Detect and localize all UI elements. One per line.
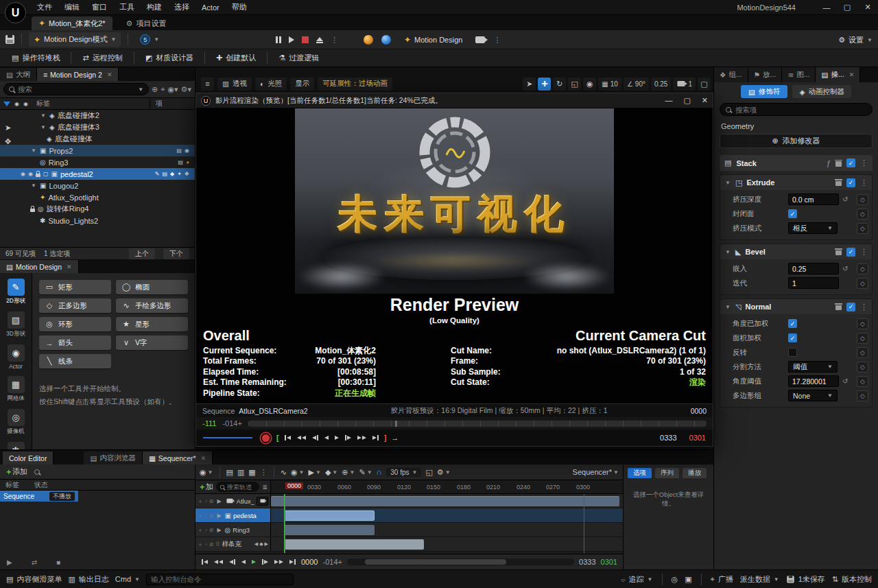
play-button[interactable] (289, 36, 294, 43)
pan-tool-icon[interactable]: ✥ (5, 137, 11, 146)
chevron-down-icon[interactable]: ▼ (30, 148, 37, 154)
eject-button[interactable] (316, 37, 323, 43)
menu-window[interactable]: 窗口 (86, 1, 112, 14)
mute-icon[interactable]: ⊘ (209, 527, 214, 533)
lock-icon[interactable]: ▫ (205, 498, 207, 504)
lock-icon[interactable]: ▫ (205, 527, 207, 533)
trash-icon[interactable] (835, 179, 842, 186)
area-weighted-checkbox[interactable]: ✓ (788, 333, 797, 342)
jump-forward-button[interactable] (357, 435, 367, 440)
keyframe-diamond-icon[interactable]: ◇ (857, 362, 868, 373)
sequence-button[interactable]: 序列 (655, 468, 679, 478)
to-front-button[interactable] (201, 558, 209, 565)
material-designer-button[interactable]: ◩材质设计器 (139, 51, 200, 65)
invert-checkbox[interactable]: ✓ (788, 348, 797, 357)
kebab-icon[interactable]: ⋮ (860, 158, 868, 167)
range-start-bracket[interactable]: [ (276, 434, 279, 442)
lock-icon[interactable] (36, 174, 40, 177)
step-back-button[interactable] (241, 559, 246, 565)
blue-sphere-icon[interactable] (381, 35, 391, 45)
material-icon[interactable]: ❖ (185, 171, 189, 177)
track-lane[interactable] (271, 523, 623, 537)
track-row-spline[interactable]: ＋▫⊘ ⠿ 样条克 ◀◆▶ (195, 537, 623, 552)
edit-icon[interactable]: ✎ (155, 171, 160, 177)
autokey-options-icon[interactable]: ⊕▼ (342, 468, 355, 477)
mute-icon[interactable]: ⊘ (209, 541, 214, 548)
camera-icon[interactable] (475, 36, 485, 43)
section-bar[interactable] (285, 510, 375, 521)
play-options-kebab[interactable]: ⋮ (331, 36, 338, 45)
timeline-scrollbar[interactable] (347, 558, 574, 565)
kebab-icon[interactable]: ⋮ (860, 303, 868, 311)
current-frame-field[interactable]: 0000 (301, 558, 318, 566)
create-defaults-button[interactable]: ✚创建默认 (210, 51, 262, 65)
extrude-mode-select[interactable]: 相反▼ (788, 222, 838, 234)
keyframe-diamond-icon[interactable]: ◇ (857, 333, 868, 344)
normal-header[interactable]: ▼ ◹ Normal ✓⋮ (720, 299, 872, 314)
options-button[interactable]: 选项 (628, 468, 652, 478)
tab-operators[interactable]: ▤操...✕ (816, 67, 860, 82)
tool-freehand-polygon[interactable]: ∿手绘多边形 (116, 298, 188, 313)
grid-snap-control[interactable]: ▦10 (598, 78, 621, 91)
mute-icon[interactable]: ⊘ (209, 513, 214, 519)
tab-outliner[interactable]: ▤大纲 (0, 68, 37, 81)
sequencer-settings-icon[interactable]: ⚙▼ (437, 468, 451, 477)
color-editor-row-sequence[interactable]: Sequence 不播放 (0, 491, 78, 502)
levels-dropdown[interactable]: 5 ▼ (135, 32, 164, 47)
category-mesh[interactable]: ▦网格体 (1, 374, 32, 405)
outliner-row[interactable]: ◎Ring3 ▤● (0, 156, 195, 168)
bevel-header[interactable]: ▼ ◣ Bevel ✓⋮ (720, 244, 872, 259)
menu-select[interactable]: 选择 (169, 1, 195, 14)
curve-editor-icon[interactable]: ∿ (281, 468, 287, 477)
jump-back-button[interactable] (213, 559, 224, 565)
console-input[interactable] (146, 574, 294, 585)
tab-color-editor[interactable]: Color Editor (3, 451, 54, 464)
stop-button[interactable] (302, 36, 309, 43)
outliner-row-pedestal2[interactable]: ◉ ◉ ▢ ▣pedestal2 ✎▤◆✦❖ (0, 168, 195, 180)
sequence-icon[interactable]: ▤ (178, 159, 184, 165)
render-movie-icon[interactable]: ▦ (248, 468, 255, 477)
camera-speed-control[interactable]: 1 (673, 78, 696, 91)
step-back-button[interactable] (324, 435, 329, 440)
play-icon[interactable]: ▶ (7, 558, 12, 566)
maximize-icon[interactable]: ▢ (683, 96, 690, 105)
next-key-icon[interactable]: ▶ (265, 541, 268, 547)
search-icon[interactable] (34, 469, 40, 475)
playhead-line[interactable] (285, 494, 285, 553)
play-button[interactable] (251, 559, 257, 565)
lock-icon[interactable] (30, 209, 35, 212)
transition-logic-button[interactable]: ⚗过渡逻辑 (272, 51, 325, 65)
kebab-icon[interactable]: ⋮ (260, 468, 268, 477)
step-forward-button[interactable] (344, 434, 352, 441)
keyframe-diamond-icon[interactable]: ◇ (857, 318, 868, 329)
loop-arrow-icon[interactable]: → (391, 434, 399, 442)
chevron-right-icon[interactable]: ▶ (216, 513, 223, 519)
outliner-row[interactable]: ✦Atlux_Spotlight (0, 191, 195, 203)
add-modifier-button[interactable]: ⊕添加修改器 (720, 134, 873, 148)
tool-ellipse[interactable]: ◯椭圆 (116, 280, 188, 294)
settings-dropdown[interactable]: ⚙ 设置 ▼ (838, 30, 873, 49)
visibility-dropdown-icon[interactable]: ◉▾ (167, 85, 178, 94)
category-3d-shapes[interactable]: ▧3D形状 (1, 309, 32, 340)
prev-button[interactable]: 上个 (129, 248, 155, 259)
next-button[interactable]: 下个 (163, 248, 189, 259)
outliner-row[interactable]: ▼▣Lougou2 (0, 180, 195, 191)
output-log-button[interactable]: ▥输出日志 (68, 574, 108, 585)
toolbar-kebab[interactable]: ⋮ (493, 36, 501, 45)
timeline-scrubber[interactable] (248, 421, 707, 427)
track-lane[interactable] (271, 494, 623, 508)
track-lane[interactable] (271, 508, 623, 522)
close-button[interactable]: ✕ (857, 0, 878, 15)
stop-icon[interactable]: ■ (56, 558, 60, 566)
editor-mode-dropdown[interactable]: ✦ Motion Design模式 ▼ (29, 32, 121, 47)
camera-cut-toggle[interactable] (257, 497, 268, 506)
tool-ngon[interactable]: ◇正多边形 (39, 298, 111, 313)
fcurve-icon[interactable]: ƒ (827, 159, 831, 167)
operator-stack-button[interactable]: ▤操作符堆栈 (5, 51, 66, 65)
scrollbar-thumb[interactable] (365, 559, 506, 565)
trash-icon[interactable] (835, 160, 842, 167)
expand-range-icon[interactable]: ◱ (425, 468, 432, 477)
capture-icon[interactable]: ▣ (685, 575, 691, 584)
rotate-tool-icon[interactable]: ↻ (553, 78, 566, 91)
angle-threshold-field[interactable] (788, 375, 839, 387)
